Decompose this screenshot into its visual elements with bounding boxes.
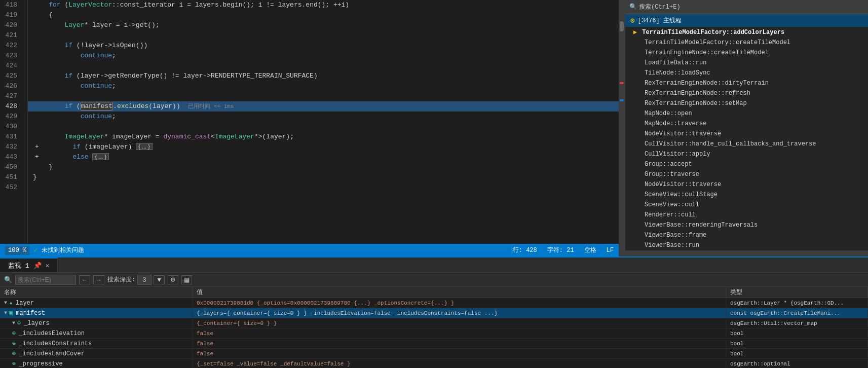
watch-row[interactable]: ▼▣manifest {_layers={_container={ size=0… [0, 308, 868, 318]
watch-type-icon: ⊕ [12, 329, 16, 337]
call-stack-item[interactable]: ▶TerrainTileModelFactory::addColorLayers [625, 27, 868, 38]
watch-search-icon: 🔍 [4, 276, 12, 284]
code-line [28, 91, 619, 101]
watch-expand-icon[interactable]: ▼ [12, 320, 15, 326]
code-panel: 4184194204214224234244254264274284294304… [0, 0, 619, 256]
call-stack-item[interactable]: TerrainTileModelFactory::createTileModel [625, 38, 868, 48]
call-stack-item[interactable]: ViewerBase::renderingTraversals [625, 220, 868, 230]
watch-row[interactable]: ⊕_progressive {_set=false _value=false _… [0, 359, 868, 368]
watch-value-cell: {_set=false _value=false _defaultValue=f… [193, 360, 726, 367]
call-stack-item[interactable]: Renderer::cull [625, 210, 868, 220]
call-stack-item[interactable]: Group::traverse [625, 169, 868, 179]
watch-name-cell: ▼⊕_layers [0, 319, 193, 327]
code-line: if (!layer->isOpen()) [28, 41, 619, 51]
call-stack-item-label: RexTerrainEngineNode::setMap [645, 100, 747, 107]
call-stack-item[interactable]: SceneView::cull [625, 200, 868, 210]
status-bar: 100 % ✓ 未找到相关问题 行: 428 字符: 21 空格 LF [0, 244, 619, 256]
code-scroll-thumb[interactable] [620, 21, 624, 31]
fold-icon[interactable]: + [33, 142, 41, 152]
thread-label: [3476] 主线程 [637, 16, 681, 25]
code-line: + else { ... } [28, 152, 619, 162]
call-stack-item[interactable]: CullVisitor::handle_cull_callbacks_and_t… [625, 139, 868, 149]
spaces-info: 空格 [584, 246, 596, 254]
call-stack-item[interactable]: MapNode::traverse [625, 119, 868, 129]
header-value: 值 [193, 287, 726, 298]
watch-expand-icon[interactable]: ▼ [4, 300, 7, 306]
call-stack-content: ⚙ [3476] 主线程 ▶TerrainTileModelFactory::a… [625, 14, 868, 250]
code-scrollbar[interactable] [619, 0, 625, 256]
col-info: 字符: 21 [547, 246, 574, 254]
call-stack-item-label: MapNode::open [645, 110, 692, 117]
watch-value-cell: {_container={ size=0 } } [193, 320, 726, 327]
call-stack-item[interactable]: LoadTileData::run [625, 58, 868, 68]
call-stack-item[interactable]: ViewerBase::frame [625, 230, 868, 240]
line-number: 420 [0, 20, 22, 30]
watch-var-name: _layers [24, 320, 49, 327]
watch-columns-btn[interactable]: ▦ [181, 275, 192, 284]
watch-tab-close[interactable]: ✕ [46, 262, 50, 270]
header-type: 类型 [726, 287, 868, 298]
line-number: 428 [0, 101, 22, 112]
call-stack-item[interactable]: ViewerBase::run [625, 240, 868, 250]
call-stack-item-label: CullVisitor::apply [645, 151, 710, 158]
call-stack-item[interactable]: RexTerrainEngineNode::setMap [625, 98, 868, 108]
call-stack-hscrollbar[interactable] [625, 250, 868, 256]
call-stack-item[interactable]: MapNode::open [625, 108, 868, 119]
line-number: 422 [0, 41, 22, 51]
watch-name-cell: ⊕_progressive [0, 359, 193, 368]
watch-search-input[interactable] [15, 275, 76, 285]
line-number: 450 [0, 162, 22, 172]
watch-row[interactable]: ⊕_includesConstraints false bool [0, 339, 868, 349]
call-stack-item[interactable]: SceneView::cullStage [625, 190, 868, 200]
zoom-level[interactable]: 100 % [5, 246, 29, 255]
watch-row[interactable]: ▼⊕_layers {_container={ size=0 } } osgEa… [0, 318, 868, 328]
code-line [28, 122, 619, 132]
watch-name-cell: ▼▣manifest [0, 309, 193, 317]
depth-input[interactable] [137, 275, 152, 285]
call-stack-item[interactable]: NodeVisitor::traverse [625, 179, 868, 190]
line-number: 418 [0, 0, 22, 10]
fold-icon[interactable]: + [33, 152, 41, 162]
watch-depth-label: 搜索深度: ▼ [107, 275, 165, 285]
watch-toolbar: 🔍 ← → 搜索深度: ▼ ⚙ ▦ [0, 273, 868, 287]
call-stack-item[interactable]: RexTerrainEngineNode::refresh [625, 88, 868, 98]
watch-rows: ▼⬥layer 0x0000021739881d0 {_options=0x00… [0, 298, 868, 368]
watch-table-header: 名称 值 类型 [0, 287, 868, 298]
call-stack-item[interactable]: Group::accept [625, 159, 868, 169]
watch-expand-icon[interactable]: ▼ [4, 310, 7, 316]
search-icon: 🔍 [629, 3, 637, 11]
line-number: 426 [0, 81, 22, 91]
call-stack-list: ▶TerrainTileModelFactory::addColorLayers… [625, 27, 868, 250]
watch-type-icon: ⊕ [12, 340, 16, 347]
call-stack-item[interactable]: TileNode::loadSync [625, 68, 868, 78]
watch-row[interactable]: ⊕_includesLandCover false bool [0, 349, 868, 359]
code-line: Layer* layer = i->get(); [28, 20, 619, 30]
call-stack-item-label: LoadTileData::run [645, 59, 706, 66]
call-stack-item[interactable]: TerrainEngineNode::createTileModel [625, 48, 868, 58]
watch-tab-1[interactable]: 监视 1 📌 ✕ [0, 257, 58, 272]
collapse-block-443[interactable]: { ... } [92, 153, 109, 160]
watch-type-cell: osgEarth::optional [726, 360, 868, 367]
line-number: 431 [0, 132, 22, 142]
depth-dropdown[interactable]: ▼ [154, 275, 165, 284]
watch-tab-pin[interactable]: 📌 [33, 262, 42, 270]
line-number: 430 [0, 122, 22, 132]
call-stack-item[interactable]: CullVisitor::apply [625, 149, 868, 159]
watch-nav-forward[interactable]: → [93, 275, 104, 284]
call-stack-item[interactable]: NodeVisitor::traverse [625, 129, 868, 139]
call-stack-item[interactable]: RexTerrainEngineNode::dirtyTerrain [625, 78, 868, 88]
call-stack-item-label: Renderer::cull [645, 211, 696, 218]
watch-value-cell: {_layers={_container={ size=0 } } _inclu… [193, 310, 726, 317]
line-number: 432 [0, 142, 22, 152]
collapse-block-432[interactable]: { ... } [136, 143, 153, 150]
header-name: 名称 [0, 287, 193, 298]
watch-type-icon: ▣ [9, 309, 13, 317]
watch-settings-btn[interactable]: ⚙ [168, 275, 178, 284]
code-line: { [28, 10, 619, 20]
code-scroll-marker [620, 82, 624, 84]
watch-row[interactable]: ▼⬥layer 0x0000021739881d0 {_options=0x00… [0, 298, 868, 308]
watch-row[interactable]: ⊕_includesElevation false bool [0, 328, 868, 339]
watch-type-icon: ⊕ [17, 319, 21, 327]
call-stack-item-label: CullVisitor::handle_cull_callbacks_and_t… [645, 140, 816, 148]
watch-nav-back[interactable]: ← [79, 275, 90, 284]
